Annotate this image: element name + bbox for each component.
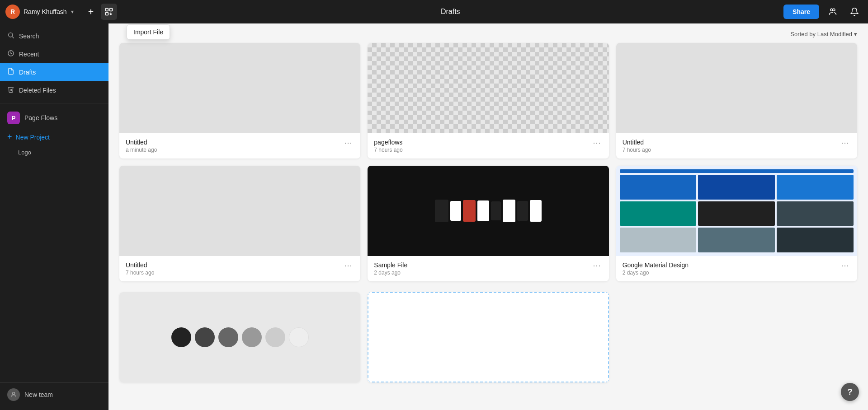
- file-meta-1: pageflows 7 hours ago: [374, 139, 590, 153]
- chevron-down-icon: ▾: [71, 9, 74, 15]
- new-team-label: New team: [24, 391, 53, 398]
- bottom-partial-row: [108, 292, 868, 393]
- file-info-0: Untitled a minute ago ⋯: [119, 133, 360, 158]
- file-thumb-2: [616, 43, 857, 133]
- content-area: Sorted by Last Modified ▾ Untitled a min…: [108, 23, 868, 410]
- svg-rect-2: [106, 9, 108, 11]
- file-meta-3: Untitled 7 hours ago: [126, 261, 342, 276]
- file-card-0[interactable]: Untitled a minute ago ⋯: [119, 43, 360, 158]
- file-menu-button-1[interactable]: ⋯: [591, 139, 603, 147]
- file-menu-button-4[interactable]: ⋯: [591, 261, 603, 270]
- file-card-3[interactable]: Untitled 7 hours ago ⋯: [119, 166, 360, 281]
- file-menu-button-0[interactable]: ⋯: [342, 139, 354, 147]
- content-header: Sorted by Last Modified ▾: [108, 23, 868, 43]
- file-menu-button-3[interactable]: ⋯: [342, 261, 354, 270]
- mini-frame-5: [491, 201, 501, 220]
- file-card-2[interactable]: Untitled 7 hours ago ⋯: [616, 43, 857, 158]
- file-time-5: 2 days ago: [623, 270, 839, 276]
- notification-icon[interactable]: [846, 4, 863, 20]
- multiplayer-icon[interactable]: [825, 4, 841, 20]
- file-name-5: Google Material Design: [623, 261, 839, 269]
- recent-label: Recent: [19, 51, 39, 58]
- sidebar-org-pageflows[interactable]: P Page Flows: [0, 107, 108, 129]
- import-tooltip: Import File: [127, 24, 170, 40]
- file-card-dashed[interactable]: [368, 292, 609, 382]
- svg-point-10: [12, 392, 14, 395]
- main-layout: Search Recent Drafts Deleted Files P Pag…: [0, 23, 868, 410]
- topbar-icons: [83, 4, 117, 20]
- file-name-0: Untitled: [126, 139, 342, 146]
- mini-frame-3: [463, 200, 476, 222]
- mini-frame-8: [530, 200, 542, 222]
- file-info-5: Google Material Design 2 days ago ⋯: [616, 256, 857, 281]
- file-name-4: Sample File: [374, 261, 590, 269]
- sidebar-item-search[interactable]: Search: [0, 27, 108, 45]
- file-thumb-dashed: [368, 292, 609, 382]
- sidebar: Search Recent Drafts Deleted Files P Pag…: [0, 23, 108, 410]
- sidebar-item-deleted[interactable]: Deleted Files: [0, 81, 108, 99]
- file-name-2: Untitled: [623, 139, 839, 146]
- swatch-6: [289, 327, 309, 347]
- swatch-2: [195, 327, 215, 347]
- mini-frame-1: [435, 200, 448, 222]
- import-file-button[interactable]: [101, 4, 117, 20]
- file-card-swatches[interactable]: [119, 292, 360, 382]
- file-time-0: a minute ago: [126, 147, 342, 153]
- sidebar-item-drafts[interactable]: Drafts: [0, 63, 108, 81]
- file-info-4: Sample File 2 days ago ⋯: [368, 256, 609, 281]
- sort-label: Sorted by Last Modified: [790, 31, 852, 37]
- file-meta-5: Google Material Design 2 days ago: [623, 261, 839, 276]
- topbar-center: Drafts: [117, 8, 783, 16]
- file-time-3: 7 hours ago: [126, 270, 342, 276]
- sidebar-divider: [0, 103, 108, 103]
- file-time-4: 2 days ago: [374, 270, 590, 276]
- drafts-label: Drafts: [19, 69, 36, 76]
- svg-line-8: [12, 37, 14, 38]
- file-menu-button-5[interactable]: ⋯: [839, 261, 851, 270]
- file-time-1: 7 hours ago: [374, 147, 590, 153]
- trash-icon: [7, 86, 14, 95]
- file-menu-button-2[interactable]: ⋯: [839, 139, 851, 147]
- user-name: Ramy Khuffash: [24, 8, 66, 15]
- file-time-2: 7 hours ago: [623, 147, 839, 153]
- sample-mini-frames: [368, 166, 609, 256]
- svg-point-7: [9, 33, 13, 37]
- logo-label: Logo: [18, 149, 31, 156]
- topbar: R Ramy Khuffash ▾ Import File Drafts Sha…: [0, 0, 868, 23]
- mini-frame-6: [503, 200, 515, 222]
- file-card-1[interactable]: pageflows 7 hours ago ⋯: [368, 43, 609, 158]
- drafts-icon: [7, 68, 14, 77]
- file-thumb-1: [368, 43, 609, 133]
- file-meta-0: Untitled a minute ago: [126, 139, 342, 153]
- file-name-1: pageflows: [374, 139, 590, 146]
- org-avatar: P: [7, 112, 20, 124]
- topbar-left: R Ramy Khuffash ▾: [5, 4, 117, 20]
- file-info-3: Untitled 7 hours ago ⋯: [119, 256, 360, 281]
- swatch-1: [171, 327, 191, 347]
- file-thumb-0: [119, 43, 360, 133]
- share-button[interactable]: Share: [783, 5, 819, 19]
- file-info-2: Untitled 7 hours ago ⋯: [616, 133, 857, 158]
- deleted-label: Deleted Files: [19, 87, 56, 94]
- new-project-button[interactable]: + New Project: [0, 129, 108, 145]
- svg-rect-3: [110, 9, 113, 11]
- sort-button[interactable]: Sorted by Last Modified ▾: [790, 31, 857, 37]
- file-thumb-3: [119, 166, 360, 256]
- org-name: Page Flows: [24, 114, 57, 121]
- topbar-right: Share: [783, 4, 863, 20]
- sidebar-item-logo[interactable]: Logo: [0, 145, 108, 159]
- swatch-5: [265, 327, 285, 347]
- sidebar-item-recent[interactable]: Recent: [0, 45, 108, 63]
- file-card-4[interactable]: Sample File 2 days ago ⋯: [368, 166, 609, 281]
- plus-icon: +: [7, 132, 12, 142]
- clock-icon: [7, 50, 14, 59]
- help-button[interactable]: ?: [841, 383, 859, 401]
- team-avatar-icon: [7, 388, 20, 401]
- file-meta-4: Sample File 2 days ago: [374, 261, 590, 276]
- user-avatar[interactable]: R: [5, 5, 20, 19]
- file-thumb-4: [368, 166, 609, 256]
- add-button[interactable]: [83, 4, 99, 20]
- swatch-3: [218, 327, 238, 347]
- sidebar-new-team[interactable]: New team: [0, 382, 108, 406]
- file-card-5[interactable]: Google Material Design 2 days ago ⋯: [616, 166, 857, 281]
